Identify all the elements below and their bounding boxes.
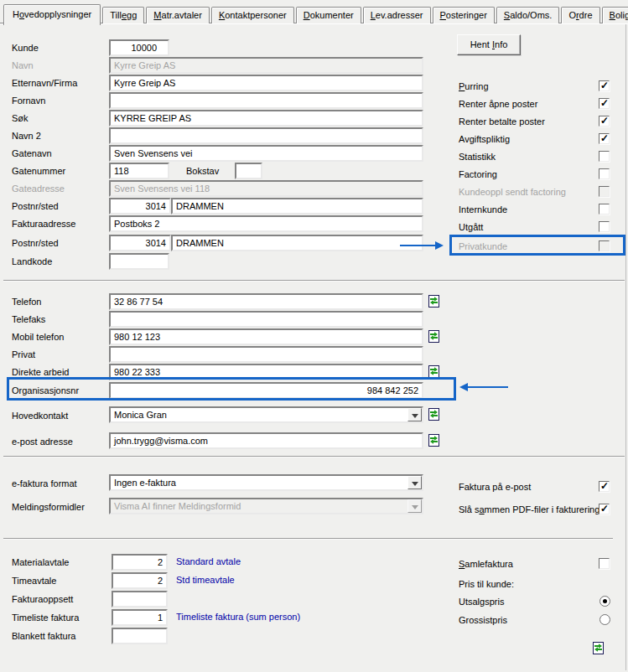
pris-til-kunde-label: Pris til kunde:: [459, 578, 514, 590]
timeliste-faktura-label: Timeliste faktura: [12, 612, 79, 623]
timeliste-faktura-input[interactable]: 1: [112, 609, 168, 626]
organisasjonsnr-highlight-box: [7, 377, 456, 401]
factoring-label: Factoring: [459, 168, 497, 180]
internkunde-checkbox[interactable]: [599, 204, 610, 215]
postnr-sted2-label: Postnr/sted: [12, 237, 59, 249]
dropdown-arrow-button[interactable]: [407, 476, 422, 489]
tab-lev-adresser[interactable]: Lev.adresser: [363, 7, 431, 23]
utgatt-label: Utgått: [459, 221, 483, 233]
tab-tillegg[interactable]: Tillegg: [102, 7, 144, 23]
sok-label: Søk: [12, 112, 29, 124]
dial-sync-icon[interactable]: [428, 408, 439, 421]
landkode-input[interactable]: [109, 253, 169, 270]
utsalgspris-label: Utsalgspris: [459, 596, 504, 607]
privatkunde-annotation-arrow-icon: [399, 240, 444, 251]
tab-saldo-oms[interactable]: Saldo/Oms.: [496, 7, 560, 23]
fakturaoppsett-label: Fakturaoppsett: [12, 593, 73, 605]
fakturaoppsett-input[interactable]: [112, 591, 168, 607]
materialavtale-label: Materialavtale: [12, 556, 69, 568]
meldingsformidler-label: Meldingsformidler: [12, 501, 85, 513]
gatenummer-input[interactable]: 118: [109, 163, 169, 179]
renter-betalte-poster-label: Renter betalte poster: [459, 116, 545, 127]
purring-checkbox[interactable]: [599, 80, 610, 91]
avgiftspliktig-checkbox[interactable]: [599, 133, 610, 144]
utsalgspris-radio[interactable]: [599, 596, 610, 607]
telefon-input[interactable]: 32 86 77 54: [109, 293, 423, 310]
gatenavn-input[interactable]: Sven Svensens vei: [109, 145, 423, 162]
privat-input[interactable]: [109, 346, 423, 363]
tab-ordre[interactable]: Ordre: [561, 7, 599, 23]
epost-adresse-input[interactable]: john.trygg@visma.com: [109, 432, 423, 449]
efaktura-format-label: e-faktura format: [12, 478, 77, 489]
gatenummer-label: Gatenummer: [12, 165, 65, 177]
dial-sync-icon[interactable]: [428, 365, 439, 378]
postnr-input[interactable]: 3014: [109, 198, 171, 215]
grossistpris-radio[interactable]: [599, 614, 610, 625]
organisasjonsnr-annotation-arrow-icon: [459, 382, 509, 392]
navn2-input[interactable]: [109, 127, 423, 144]
purring-label: Purring: [459, 80, 489, 92]
direkte-arbeid-label: Direkte arbeid: [12, 366, 69, 378]
sted2-input[interactable]: DRAMMEN: [171, 235, 423, 251]
factoring-checkbox[interactable]: [599, 168, 610, 179]
hovedkontakt-label: Hovedkontakt: [12, 410, 68, 421]
etternavn-firma-label: Etternavn/Firma: [12, 77, 77, 89]
fakturaadresse-input[interactable]: Postboks 2: [109, 215, 423, 232]
tab-kontaktpersoner[interactable]: Kontaktpersoner: [211, 7, 294, 23]
renter-apne-poster-checkbox[interactable]: [599, 98, 610, 109]
navn-input: Kyrre Greip AS: [109, 57, 423, 74]
tab-matr-avtaler[interactable]: Matr.avtaler: [146, 7, 210, 23]
blankett-faktura-input[interactable]: [112, 628, 168, 644]
dial-sync-icon[interactable]: [428, 295, 439, 308]
meldingsformidler-combobox: Visma AI finner Meldingsformid: [109, 498, 423, 514]
dial-sync-icon[interactable]: [593, 642, 604, 654]
bokstav-input[interactable]: [235, 163, 262, 179]
kunde-label: Kunde: [12, 42, 39, 54]
tab-hovedopplysninger[interactable]: Hovedopplysninger: [3, 4, 101, 25]
telefaks-input[interactable]: [109, 311, 423, 328]
tab-dokumenter[interactable]: Dokumenter: [296, 7, 361, 23]
faktura-pa-epost-checkbox[interactable]: [599, 481, 610, 492]
hovedkontakt-combobox[interactable]: Monica Gran: [109, 406, 423, 423]
hent-info-button[interactable]: Hent Info: [457, 34, 521, 55]
utgatt-checkbox[interactable]: [599, 221, 610, 232]
efaktura-format-combobox[interactable]: Ingen e-faktura: [109, 474, 423, 491]
renter-betalte-poster-checkbox[interactable]: [599, 116, 610, 127]
dropdown-arrow-button[interactable]: [407, 408, 422, 421]
mobil-telefon-input[interactable]: 980 12 123: [109, 328, 423, 345]
section-divider-3: [3, 538, 613, 540]
samlefaktura-checkbox[interactable]: [599, 558, 610, 569]
internkunde-label: Internkunde: [459, 204, 507, 215]
gateadresse-input: Sven Svensens vei 118: [109, 180, 423, 197]
mobil-telefon-label: Mobil telefon: [12, 331, 64, 343]
blankett-faktura-label: Blankett faktura: [12, 630, 75, 642]
sla-sammen-pdf-label: Slå sammen PDF-filer i fakturering: [459, 504, 599, 515]
sla-sammen-pdf-checkbox[interactable]: [599, 504, 610, 514]
sok-input[interactable]: KYRRE GREIP AS: [109, 110, 423, 127]
gatenavn-label: Gatenavn: [12, 147, 52, 159]
tab-posteringer[interactable]: Posteringer: [433, 7, 495, 23]
timeliste-faktura-link[interactable]: Timeliste faktura (sum person): [176, 612, 300, 622]
telefon-label: Telefon: [12, 296, 41, 308]
dial-sync-icon[interactable]: [428, 434, 439, 447]
materialavtale-input[interactable]: 2: [112, 554, 168, 571]
navn-label: Navn: [12, 59, 34, 71]
statistikk-checkbox[interactable]: [599, 151, 610, 162]
sted-input[interactable]: DRAMMEN: [171, 198, 423, 215]
materialavtale-link[interactable]: Standard avtale: [176, 556, 241, 566]
timeavtale-link[interactable]: Std timeavtale: [176, 575, 235, 585]
chevron-down-icon: [412, 482, 418, 486]
kunde-input[interactable]: 10000: [109, 39, 169, 56]
postnr2-input[interactable]: 3014: [109, 235, 171, 251]
timeavtale-input[interactable]: 2: [112, 572, 168, 589]
dropdown-arrow-button: [407, 499, 422, 513]
kundeoppl-sendt-factoring-checkbox: [599, 186, 610, 197]
epost-adresse-label: e-post adresse: [12, 436, 73, 447]
gateadresse-label: Gateadresse: [12, 183, 65, 194]
chevron-down-icon: [412, 505, 418, 509]
timeavtale-label: Timeavtale: [12, 575, 56, 587]
etternavn-firma-input[interactable]: Kyrre Greip AS: [109, 75, 423, 91]
fornavn-input[interactable]: [109, 92, 423, 109]
tab-boligmappa[interactable]: Boligmappa: [602, 7, 628, 23]
dial-sync-icon[interactable]: [428, 330, 439, 343]
